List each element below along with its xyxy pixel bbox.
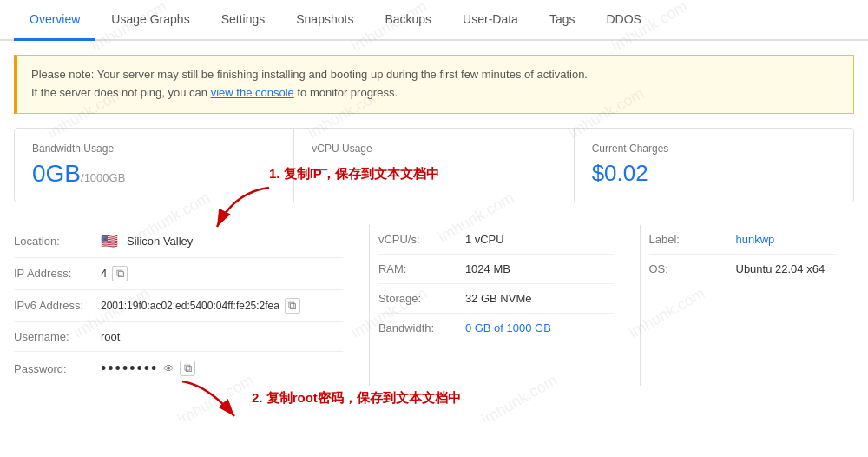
ram-row: RAM: 1024 MB (378, 255, 614, 284)
location-row: Location: 🇺🇸 Silicon Valley (14, 225, 343, 258)
ram-key: RAM: (378, 262, 465, 275)
bandwidth-row: Bandwidth: 0 GB of 1000 GB (378, 314, 614, 342)
alert-banner: Please note: Your server may still be fi… (14, 55, 854, 114)
tab-user-data[interactable]: User-Data (447, 0, 534, 41)
password-dots: •••••••• (101, 360, 158, 378)
username-key: Username: (14, 330, 101, 343)
label-row: Label: hunkwp (649, 225, 838, 255)
location-key: Location: (14, 235, 101, 248)
username-row: Username: root (14, 322, 343, 352)
bandwidth-value: 0GB/1000GB (32, 160, 276, 188)
location-value: 🇺🇸 Silicon Valley (101, 233, 193, 249)
tab-overview[interactable]: Overview (14, 0, 95, 41)
ip-value: 4 ⧉ (101, 266, 128, 281)
vcpus-key: vCPU/s: (378, 233, 465, 246)
username-value: root (101, 330, 120, 343)
details-middle: vCPU/s: 1 vCPU RAM: 1024 MB Storage: 32 … (378, 225, 631, 386)
alert-text-1: Please note: Your server may still be fi… (31, 68, 588, 81)
ip-copy-icon[interactable]: ⧉ (112, 266, 128, 281)
os-row: OS: Ubuntu 22.04 x64 (649, 255, 838, 283)
tab-tags[interactable]: Tags (534, 0, 591, 41)
nav-tabs: Overview Usage Graphs Settings Snapshots… (0, 0, 868, 41)
view-console-link[interactable]: view the console (211, 86, 294, 99)
details-section: Location: 🇺🇸 Silicon Valley IP Address: … (0, 216, 868, 394)
label-link[interactable]: hunkwp (736, 233, 775, 246)
alert-text-2: If the server does not ping, you can (31, 86, 211, 99)
charges-stat: Current Charges $0.02 (575, 129, 853, 202)
tab-settings[interactable]: Settings (206, 0, 281, 41)
us-flag-icon: 🇺🇸 (101, 233, 118, 249)
alert-text-3: to monitor progress. (294, 86, 398, 99)
password-copy-icon[interactable]: ⧉ (180, 361, 195, 376)
details-left: Location: 🇺🇸 Silicon Valley IP Address: … (14, 225, 360, 386)
password-row: Password: •••••••• 👁 ⧉ (14, 352, 343, 386)
vcpu-stat: vCPU Usage — (294, 129, 574, 202)
ipv6-copy-icon[interactable]: ⧉ (285, 298, 300, 314)
storage-value: 32 GB NVMe (465, 292, 532, 305)
ipv6-row: IPv6 Address: 2001:19f0:ac02:ed:5400:04f… (14, 290, 343, 322)
tab-backups[interactable]: Backups (369, 0, 447, 41)
ip-row: IP Address: 4 ⧉ (14, 258, 343, 290)
ram-value: 1024 MB (465, 262, 510, 275)
vcpu-label: vCPU Usage (312, 142, 556, 155)
bandwidth-key: Bandwidth: (378, 321, 465, 334)
storage-key: Storage: (378, 292, 465, 305)
bandwidth-stat: Bandwidth Usage 0GB/1000GB (15, 129, 294, 202)
tab-ddos[interactable]: DDOS (590, 0, 656, 41)
password-value: •••••••• 👁 ⧉ (101, 360, 195, 378)
storage-row: Storage: 32 GB NVMe (378, 284, 614, 314)
charges-label: Current Charges (592, 142, 836, 155)
eye-icon[interactable]: 👁 (163, 362, 174, 375)
vcpus-row: vCPU/s: 1 vCPU (378, 225, 614, 255)
bandwidth-detail-value: 0 GB of 1000 GB (465, 321, 551, 334)
details-right: Label: hunkwp OS: Ubuntu 22.04 x64 (649, 225, 855, 386)
tab-snapshots[interactable]: Snapshots (280, 0, 369, 41)
vcpus-value: 1 vCPU (465, 233, 504, 246)
label-key: Label: (649, 233, 736, 246)
ipv6-key: IPv6 Address: (14, 299, 101, 312)
ipv6-value: 2001:19f0:ac02:ed:5400:04ff:fe25:2fea ⧉ (101, 298, 300, 314)
bandwidth-link[interactable]: 0 GB of 1000 GB (465, 321, 551, 334)
os-key: OS: (649, 262, 736, 275)
charges-value: $0.02 (592, 160, 836, 187)
stats-row: Bandwidth Usage 0GB/1000GB vCPU Usage — … (14, 128, 854, 202)
os-value: Ubuntu 22.04 x64 (736, 262, 825, 275)
ip-key: IP Address: (14, 267, 101, 280)
password-key: Password: (14, 362, 101, 375)
bandwidth-label: Bandwidth Usage (32, 142, 276, 155)
vcpu-value: — (312, 160, 556, 178)
label-value: hunkwp (736, 233, 775, 246)
tab-usage-graphs[interactable]: Usage Graphs (95, 0, 205, 41)
